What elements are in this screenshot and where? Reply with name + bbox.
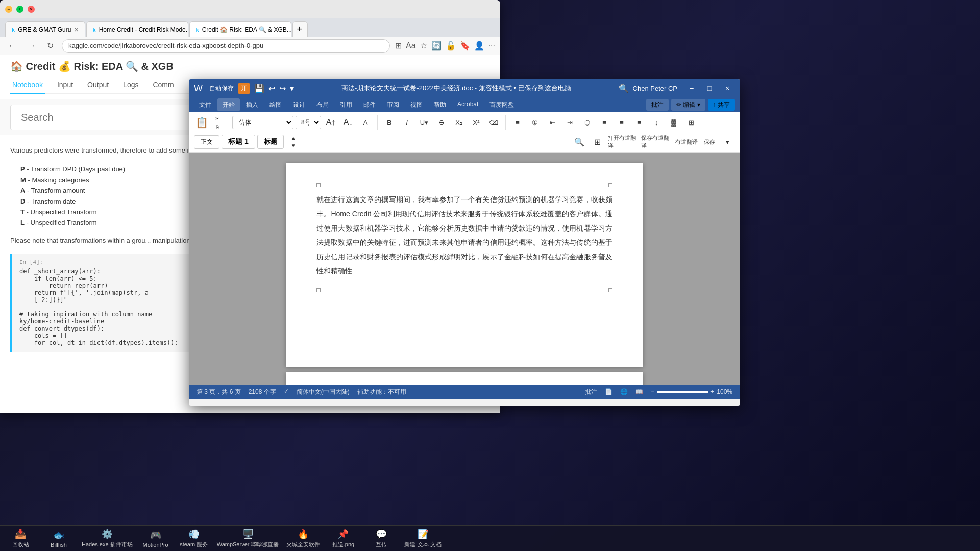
nav-icon-profile[interactable]: 👤 [474, 41, 484, 51]
view-read-icon[interactable]: 📖 [635, 388, 643, 395]
superscript-btn[interactable]: X² [469, 115, 484, 130]
address-input[interactable] [62, 39, 390, 53]
align-left-btn[interactable]: ⬡ [579, 115, 595, 130]
kaggle-tab-input[interactable]: Input [55, 77, 75, 94]
kaggle-tab-output[interactable]: Output [85, 77, 111, 94]
menu-draw[interactable]: 绘图 [264, 98, 287, 111]
taskbar-wamp[interactable]: 🖥️ WampServer 哔哔哪直播 [217, 529, 279, 548]
menu-home[interactable]: 开始 [217, 98, 240, 111]
font-size-selector[interactable]: 8号 [296, 116, 321, 129]
indent-left-btn[interactable]: ⇤ [545, 115, 560, 130]
taskbar-transfer[interactable]: 💬 互传 [366, 529, 397, 548]
clear-format-btn[interactable]: A [358, 115, 373, 130]
subscript-btn[interactable]: X₂ [451, 115, 467, 130]
translate-btn[interactable]: 有道翻译 [674, 134, 699, 149]
menu-review[interactable]: 审阅 [382, 98, 404, 111]
tab-close-gre[interactable]: × [74, 26, 78, 34]
nav-icon-bookmark[interactable]: ☆ [420, 41, 427, 51]
translate-open-btn[interactable]: 打开有道翻译 [607, 134, 638, 149]
kaggle-tab-notebook[interactable]: Notebook [10, 77, 45, 94]
shading-btn[interactable]: ▓ [666, 115, 681, 130]
taskbar-text[interactable]: 📝 新建 文本 文档 [404, 529, 441, 548]
grid-icon[interactable]: ⊞ [590, 134, 605, 149]
search-icon[interactable]: 🔍 [572, 134, 587, 149]
taskbar-recycle[interactable]: 📥 回收站 [5, 529, 36, 548]
view-web-icon[interactable]: 🌐 [620, 388, 628, 395]
taskbar-billfish[interactable]: 🐟 Billfish [43, 530, 74, 548]
edit-btn[interactable]: ✏ 编辑 ▾ [671, 99, 705, 111]
comment-btn[interactable]: 批注 [646, 99, 669, 111]
share-btn[interactable]: ↑ 共享 [708, 99, 735, 111]
menu-layout[interactable]: 布局 [311, 98, 334, 111]
word-close[interactable]: × [720, 82, 735, 94]
align-right-btn[interactable]: ≡ [614, 115, 629, 130]
save-icon[interactable]: 💾 [254, 84, 264, 93]
autosave-status[interactable]: 开 [238, 83, 250, 94]
menu-design[interactable]: 设计 [288, 98, 310, 111]
style-down[interactable]: ▼ [286, 142, 301, 149]
menu-help[interactable]: 帮助 [429, 98, 451, 111]
menu-mail[interactable]: 邮件 [358, 98, 381, 111]
justify-btn[interactable]: ≡ [631, 115, 647, 130]
kaggle-tab-logs[interactable]: Logs [121, 77, 140, 94]
menu-baidu[interactable]: 百度网盘 [484, 98, 519, 111]
view-print-icon[interactable]: 📄 [605, 388, 612, 395]
nav-icon-unlock[interactable]: 🔓 [446, 41, 456, 51]
expand-btn[interactable]: ▾ [720, 134, 735, 149]
menu-file[interactable]: 文件 [194, 98, 216, 111]
nav-back[interactable]: ← [5, 40, 19, 52]
line-spacing-btn[interactable]: ↕ [649, 115, 664, 130]
align-center-btn[interactable]: ≡ [597, 115, 612, 130]
paste-btn[interactable]: 📋 [194, 115, 209, 130]
maximize-btn[interactable]: + [16, 6, 23, 13]
borders-btn[interactable]: ⊞ [683, 115, 699, 130]
italic-btn[interactable]: I [399, 115, 414, 130]
nav-refresh[interactable]: ↻ [44, 40, 57, 52]
nav-icon-refresh2[interactable]: 🔄 [431, 41, 442, 51]
nav-icon-share[interactable]: ⊞ [395, 41, 402, 51]
menu-ref[interactable]: 引用 [335, 98, 357, 111]
nav-icon-bookmark2[interactable]: 🔖 [460, 41, 470, 51]
taskbar-png[interactable]: 📌 推送.png [328, 529, 358, 548]
minimize-btn[interactable]: − [5, 6, 12, 13]
footnote-btn[interactable]: 批注 [585, 388, 597, 396]
bullets-btn[interactable]: ≡ [510, 115, 525, 130]
style-normal[interactable]: 正文 [194, 135, 219, 149]
menu-acrobat[interactable]: Acrobat [452, 98, 483, 111]
nav-icon-more[interactable]: ··· [488, 41, 495, 51]
tab-new[interactable]: + [292, 21, 308, 37]
copy-btn[interactable]: ⎘ [211, 123, 224, 130]
style-h2[interactable]: 标题 [257, 135, 284, 149]
word-page-content[interactable]: 就在进行这篇文章的撰写期间，我有幸参加了一个有关信贷违约预测的机器学习竞赛，收获… [316, 192, 612, 278]
tab-kaggle-active[interactable]: k Credit 🏠 Risk: EDA 🔍 & XGB... × [189, 21, 291, 37]
bold-btn[interactable]: B [382, 115, 397, 130]
cut-btn[interactable]: ✂ [211, 115, 224, 122]
taskbar-motionpro[interactable]: 🎮 MotionPro [140, 530, 171, 548]
zoom-slider[interactable] [657, 391, 708, 393]
indent-right-btn[interactable]: ⇥ [562, 115, 577, 130]
style-up[interactable]: ▲ [286, 134, 301, 142]
shrink-font-btn[interactable]: A↓ [340, 115, 356, 130]
kaggle-tab-comm[interactable]: Comm [151, 77, 176, 94]
nav-forward[interactable]: → [24, 40, 39, 52]
close-btn[interactable]: × [28, 6, 35, 13]
redo-icon[interactable]: ↪ [279, 84, 286, 93]
numbering-btn[interactable]: ① [527, 115, 543, 130]
taskbar-steam[interactable]: 💨 steam 服务 [179, 529, 209, 548]
tab-home-credit[interactable]: k Home Credit - Credit Risk Mode... × [86, 21, 188, 37]
strikethrough-btn[interactable]: S [434, 115, 449, 130]
word-search-icon[interactable]: 🔍 [619, 84, 629, 93]
nav-icon-read[interactable]: Aa [406, 41, 416, 51]
menu-insert[interactable]: 插入 [241, 98, 263, 111]
taskbar-hades[interactable]: ⚙️ Hades.exe 插件市场 [82, 529, 133, 548]
more-icon[interactable]: ▾ [290, 84, 294, 93]
clear-btn[interactable]: ⌫ [486, 115, 501, 130]
taskbar-security[interactable]: 🔥 火城全安软件 [286, 529, 320, 548]
word-minimize[interactable]: − [684, 82, 699, 94]
zoom-out-btn[interactable]: − [651, 388, 654, 395]
undo-icon[interactable]: ↩ [268, 84, 275, 93]
underline-btn[interactable]: U▾ [416, 115, 432, 130]
font-selector[interactable]: 仿体 [232, 116, 293, 129]
tab-gre[interactable]: k GRE & GMAT Guru × [5, 21, 85, 37]
grow-font-btn[interactable]: A↑ [323, 115, 338, 130]
